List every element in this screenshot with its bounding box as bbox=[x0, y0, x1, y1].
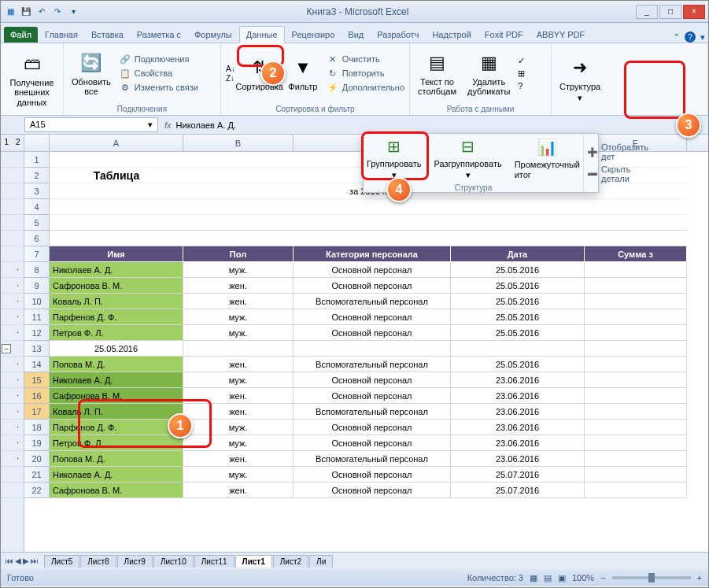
cell[interactable]: Коваль Л. П. bbox=[50, 404, 183, 420]
sort-za-icon[interactable]: Z↓ bbox=[226, 74, 235, 83]
cell[interactable]: 25.05.2016 bbox=[50, 341, 183, 357]
outline-panel[interactable]: 12 ·····−······· bbox=[1, 135, 24, 552]
cell[interactable]: Петров Ф. Л. bbox=[50, 435, 183, 451]
cell[interactable]: Основной персонал bbox=[294, 309, 451, 325]
cell[interactable]: 25.05.2016 bbox=[451, 294, 585, 309]
table-header[interactable]: Пол bbox=[183, 246, 294, 262]
cell[interactable]: Основной персонал bbox=[294, 420, 451, 435]
edit-links-button[interactable]: ⚙Изменить связи bbox=[119, 81, 198, 94]
cell[interactable]: Сафронова В. М. bbox=[50, 483, 183, 498]
properties-button[interactable]: 📋Свойства bbox=[119, 67, 198, 80]
row-header[interactable]: 11 bbox=[24, 309, 50, 325]
cell[interactable]: жен. bbox=[183, 483, 294, 498]
sort-az-icon[interactable]: A↓ bbox=[226, 65, 235, 73]
cell[interactable]: муж. bbox=[183, 372, 294, 388]
cell[interactable] bbox=[50, 199, 183, 215]
sheet-tab[interactable]: Ли bbox=[309, 555, 333, 568]
row-header[interactable]: 13 bbox=[24, 341, 50, 357]
cell[interactable]: 23.06.2016 bbox=[451, 420, 585, 435]
cell[interactable] bbox=[183, 152, 294, 168]
cell[interactable] bbox=[183, 215, 294, 231]
cell[interactable] bbox=[585, 404, 687, 420]
sheet-tab[interactable]: Лист9 bbox=[117, 555, 153, 568]
formula-input[interactable] bbox=[176, 120, 702, 130]
undo-icon[interactable]: ↶ bbox=[35, 6, 48, 18]
row-header[interactable]: 14 bbox=[24, 357, 50, 372]
minimize-button[interactable]: _ bbox=[636, 5, 658, 19]
cell[interactable]: 25.07.2016 bbox=[451, 483, 585, 498]
row-header[interactable]: 18 bbox=[24, 420, 50, 435]
minimize-ribbon-icon[interactable]: ⌃ bbox=[673, 32, 680, 43]
view-normal-icon[interactable]: ▦ bbox=[530, 573, 537, 583]
ungroup-button[interactable]: ⊟Разгруппировать▾ bbox=[431, 134, 505, 182]
group-button[interactable]: ⊞Группировать▾ bbox=[364, 134, 425, 182]
cell[interactable]: Вспомогательный персонал bbox=[294, 404, 451, 420]
external-data-button[interactable]: 🗃Получение внешних данных bbox=[6, 50, 58, 108]
cell[interactable] bbox=[183, 168, 294, 183]
structure-button[interactable]: ➜Структура▾ bbox=[556, 54, 604, 105]
cell[interactable]: Основной персонал bbox=[294, 372, 451, 388]
cell[interactable]: Николаев А. Д. bbox=[50, 262, 183, 278]
zoom-slider[interactable] bbox=[612, 576, 691, 579]
cell[interactable] bbox=[585, 435, 687, 451]
cell[interactable]: Николаев А. Д. bbox=[50, 467, 183, 483]
cell[interactable]: 23.06.2016 bbox=[451, 388, 585, 404]
row-header[interactable]: 5 bbox=[24, 215, 50, 231]
cell[interactable]: жен. bbox=[183, 404, 294, 420]
cell[interactable]: Парфенов Д. Ф. bbox=[50, 420, 183, 435]
cell[interactable]: Попова М. Д. bbox=[50, 357, 183, 372]
row-header[interactable]: 7 bbox=[24, 246, 50, 262]
ribbon-tab[interactable]: Надстрой bbox=[426, 27, 477, 43]
cell[interactable] bbox=[183, 341, 294, 357]
ribbon-tab[interactable]: Главная bbox=[39, 27, 84, 43]
cell[interactable]: Парфенов Д. Ф. bbox=[50, 309, 183, 325]
row-header[interactable]: 10 bbox=[24, 294, 50, 309]
sheet-nav[interactable]: ⏮◀▶⏭ bbox=[6, 557, 39, 565]
sheet-tab[interactable]: Лист10 bbox=[153, 555, 194, 568]
ribbon-tab[interactable]: ABBYY PDF bbox=[530, 27, 592, 43]
advanced-button[interactable]: ⚡Дополнительно bbox=[327, 81, 404, 94]
ribbon-tab[interactable]: Формулы bbox=[188, 27, 238, 43]
options-icon[interactable]: ▾ bbox=[700, 32, 705, 43]
row-header[interactable]: 20 bbox=[24, 451, 50, 467]
cell[interactable]: 25.07.2016 bbox=[451, 467, 585, 483]
cell[interactable] bbox=[50, 152, 183, 168]
view-layout-icon[interactable]: ▤ bbox=[544, 573, 552, 583]
cell[interactable]: 23.06.2016 bbox=[451, 435, 585, 451]
cell[interactable]: 25.05.2016 bbox=[451, 357, 585, 372]
cell[interactable] bbox=[50, 183, 183, 199]
ribbon-tab[interactable]: Разработч bbox=[371, 27, 425, 43]
cell[interactable]: муж. bbox=[183, 262, 294, 278]
table-header[interactable]: Имя bbox=[50, 246, 183, 262]
cell[interactable]: Сафронова В. М. bbox=[50, 278, 183, 294]
cell[interactable] bbox=[585, 372, 687, 388]
cell[interactable] bbox=[585, 262, 687, 278]
cell[interactable]: муж. bbox=[183, 325, 294, 341]
qat-more-icon[interactable]: ▾ bbox=[67, 6, 79, 18]
cell[interactable]: жен. bbox=[183, 278, 294, 294]
cell[interactable]: Основной персонал bbox=[294, 388, 451, 404]
cell[interactable]: 25.05.2016 bbox=[451, 278, 585, 294]
cell[interactable]: жен. bbox=[183, 294, 294, 309]
ribbon-tab[interactable]: Foxit PDF bbox=[478, 27, 530, 43]
cell[interactable]: 25.05.2016 bbox=[451, 325, 585, 341]
cell[interactable]: Основной персонал bbox=[294, 325, 451, 341]
row-header[interactable]: 19 bbox=[24, 435, 50, 451]
connections-button[interactable]: 🔗Подключения bbox=[119, 53, 198, 65]
cell[interactable] bbox=[294, 231, 451, 246]
cell[interactable]: муж. bbox=[183, 435, 294, 451]
cell[interactable]: Сафронова В. М. bbox=[50, 388, 183, 404]
row-header[interactable]: 4 bbox=[24, 199, 50, 215]
name-box[interactable]: A15▾ bbox=[24, 117, 158, 132]
cell[interactable] bbox=[294, 341, 451, 357]
maximize-button[interactable]: □ bbox=[659, 5, 681, 19]
sheet-tab[interactable]: Лист2 bbox=[273, 555, 308, 568]
row-header[interactable]: 2 bbox=[24, 168, 50, 183]
collapse-icon[interactable]: − bbox=[2, 344, 11, 353]
cell[interactable]: жен. bbox=[183, 451, 294, 467]
consolidate-icon[interactable]: ⊞ bbox=[518, 68, 525, 79]
cell[interactable]: Основной персонал bbox=[294, 278, 451, 294]
cell[interactable]: Вспомогательный персонал bbox=[294, 294, 451, 309]
cell[interactable]: Основной персонал bbox=[294, 483, 451, 498]
close-button[interactable]: × bbox=[683, 5, 705, 19]
